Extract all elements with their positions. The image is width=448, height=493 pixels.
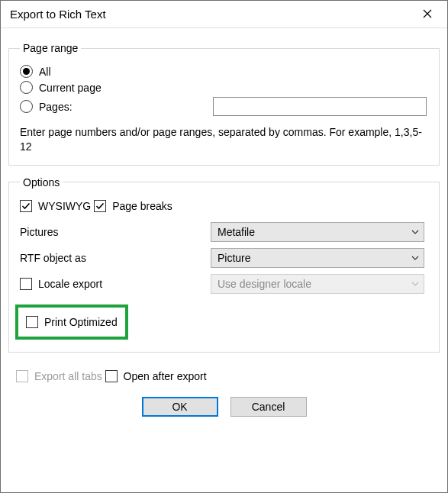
radio-current-page[interactable]: Current page: [20, 81, 428, 94]
ok-button[interactable]: OK: [142, 397, 218, 417]
options-legend: Options: [20, 176, 63, 188]
checkbox-wysiwyg[interactable]: WYSIWYG: [20, 200, 91, 212]
checkbox-page-breaks-label: Page breaks: [112, 200, 172, 212]
checkbox-icon: [16, 370, 28, 382]
checkbox-locale-label: Locale export: [38, 278, 102, 290]
radio-icon: [20, 100, 33, 113]
checkbox-wysiwyg-label: WYSIWYG: [38, 200, 91, 212]
dialog-buttons: OK Cancel: [8, 386, 440, 429]
checkbox-print-optimized-label: Print Optimized: [44, 316, 118, 328]
close-button[interactable]: [412, 2, 443, 27]
radio-icon: [20, 65, 33, 78]
locale-combo-value: Use designer locale: [218, 278, 311, 290]
locale-row: Locale export Use designer locale: [20, 274, 428, 294]
pictures-label: Pictures: [20, 226, 211, 238]
close-icon: [423, 8, 432, 21]
checkbox-page-breaks[interactable]: Page breaks: [94, 200, 172, 212]
print-optimized-highlight: Print Optimized: [15, 304, 128, 340]
cancel-button[interactable]: Cancel: [230, 397, 307, 417]
titlebar: Export to Rich Text: [1, 1, 447, 28]
chevron-down-icon: [411, 278, 419, 290]
page-range-group: Page range All Current page Pages: Enter…: [8, 42, 440, 166]
checkbox-icon: [20, 200, 32, 212]
dialog-content: Page range All Current page Pages: Enter…: [1, 28, 447, 492]
radio-icon: [20, 81, 33, 94]
radio-all[interactable]: All: [20, 65, 428, 78]
checkbox-open-after-export[interactable]: Open after export: [105, 370, 207, 382]
page-range-legend: Page range: [20, 42, 81, 54]
checkbox-icon: [94, 200, 106, 212]
pages-input[interactable]: [213, 97, 427, 116]
chevron-down-icon: [411, 226, 419, 238]
pictures-row: Pictures Metafile: [20, 222, 428, 242]
locale-combo: Use designer locale: [211, 274, 424, 294]
window-title: Export to Rich Text: [10, 8, 106, 21]
checkbox-icon: [20, 278, 32, 290]
checkbox-icon: [26, 316, 38, 328]
page-range-hint: Enter page numbers and/or page ranges, s…: [20, 125, 428, 154]
pictures-combo-value: Metafile: [218, 226, 255, 238]
radio-pages-label: Pages:: [39, 101, 73, 113]
chevron-down-icon: [411, 252, 419, 264]
bottom-checks: Export all tabs Open after export: [8, 363, 440, 386]
checkbox-print-optimized[interactable]: Print Optimized: [26, 316, 118, 328]
checkbox-locale-export[interactable]: Locale export: [20, 278, 102, 290]
radio-all-label: All: [39, 66, 51, 78]
radio-current-label: Current page: [39, 82, 102, 94]
radio-pages[interactable]: Pages:: [20, 97, 428, 116]
options-group: Options WYSIWYG Page breaks Pictures Met…: [8, 176, 440, 353]
checkbox-open-after-export-label: Open after export: [124, 370, 207, 382]
checkbox-export-all-tabs: Export all tabs: [16, 370, 102, 382]
rtf-combo-value: Picture: [218, 252, 251, 264]
pictures-combo[interactable]: Metafile: [211, 222, 424, 242]
rtf-combo[interactable]: Picture: [211, 248, 424, 268]
rtf-row: RTF object as Picture: [20, 248, 428, 268]
checkbox-export-all-tabs-label: Export all tabs: [34, 370, 102, 382]
rtf-label: RTF object as: [20, 252, 211, 264]
dialog-window: Export to Rich Text Page range All Curre…: [0, 0, 448, 493]
checkbox-icon: [105, 370, 118, 382]
